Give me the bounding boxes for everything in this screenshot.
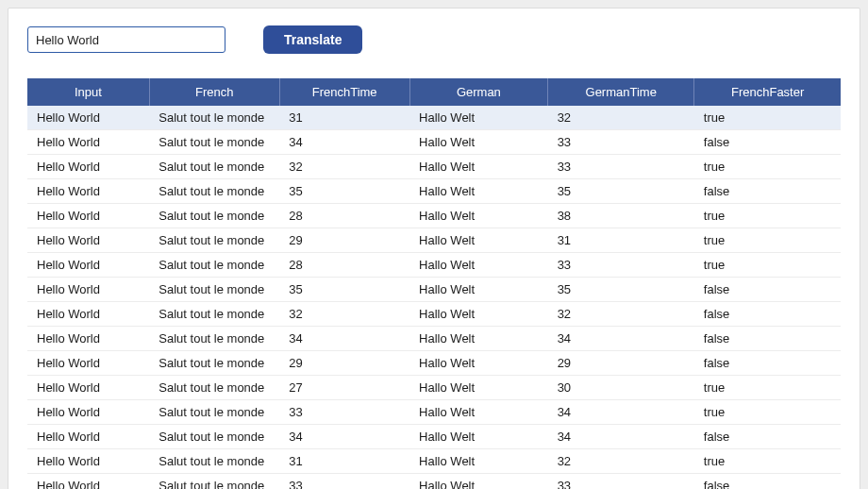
cell-french: Salut tout le monde bbox=[149, 327, 279, 351]
table-body: Hello WorldSalut tout le monde31Hallo We… bbox=[27, 106, 841, 489]
cell-german: Hallo Welt bbox=[409, 130, 548, 155]
cell-frenchtime: 34 bbox=[279, 327, 409, 351]
app-panel: Translate Input French FrenchTime German… bbox=[8, 8, 860, 489]
table-row[interactable]: Hello WorldSalut tout le monde32Hallo We… bbox=[27, 155, 841, 179]
cell-frenchtime: 28 bbox=[279, 204, 409, 228]
cell-frenchtime: 34 bbox=[279, 425, 409, 449]
table-row[interactable]: Hello WorldSalut tout le monde34Hallo We… bbox=[27, 130, 841, 155]
cell-french: Salut tout le monde bbox=[149, 351, 279, 376]
cell-german: Hallo Welt bbox=[409, 400, 548, 425]
cell-frenchfaster: true bbox=[694, 400, 841, 425]
cell-frenchfaster: false bbox=[694, 278, 841, 302]
source-text-input[interactable] bbox=[27, 26, 225, 53]
cell-frenchtime: 32 bbox=[279, 155, 409, 179]
cell-french: Salut tout le monde bbox=[149, 400, 279, 425]
cell-frenchtime: 34 bbox=[279, 130, 409, 155]
cell-german: Hallo Welt bbox=[409, 327, 548, 351]
cell-german: Hallo Welt bbox=[409, 204, 548, 228]
table-row[interactable]: Hello WorldSalut tout le monde34Hallo We… bbox=[27, 327, 841, 351]
cell-germantime: 35 bbox=[548, 179, 694, 204]
cell-germantime: 35 bbox=[548, 278, 694, 302]
col-header-german[interactable]: German bbox=[409, 78, 548, 106]
cell-german: Hallo Welt bbox=[409, 425, 548, 449]
cell-input: Hello World bbox=[27, 204, 149, 228]
col-header-french[interactable]: French bbox=[149, 78, 279, 106]
cell-germantime: 33 bbox=[548, 130, 694, 155]
table-row[interactable]: Hello WorldSalut tout le monde31Hallo We… bbox=[27, 106, 841, 130]
controls-row: Translate bbox=[27, 25, 841, 54]
table-row[interactable]: Hello WorldSalut tout le monde29Hallo We… bbox=[27, 351, 841, 376]
cell-french: Salut tout le monde bbox=[149, 130, 279, 155]
table-row[interactable]: Hello WorldSalut tout le monde31Hallo We… bbox=[27, 449, 841, 474]
cell-french: Salut tout le monde bbox=[149, 302, 279, 327]
cell-input: Hello World bbox=[27, 253, 149, 278]
cell-german: Hallo Welt bbox=[409, 155, 548, 179]
cell-french: Salut tout le monde bbox=[149, 106, 279, 130]
cell-frenchtime: 33 bbox=[279, 474, 409, 490]
cell-german: Hallo Welt bbox=[409, 179, 548, 204]
cell-frenchfaster: true bbox=[694, 376, 841, 400]
cell-frenchfaster: true bbox=[694, 449, 841, 474]
table-row[interactable]: Hello WorldSalut tout le monde28Hallo We… bbox=[27, 253, 841, 278]
cell-frenchtime: 29 bbox=[279, 228, 409, 253]
cell-germantime: 33 bbox=[548, 474, 694, 490]
results-table: Input French FrenchTime German GermanTim… bbox=[27, 78, 841, 489]
cell-frenchtime: 32 bbox=[279, 302, 409, 327]
cell-frenchfaster: false bbox=[694, 302, 841, 327]
col-header-input[interactable]: Input bbox=[27, 78, 149, 106]
cell-frenchtime: 27 bbox=[279, 376, 409, 400]
cell-germantime: 32 bbox=[548, 449, 694, 474]
cell-german: Hallo Welt bbox=[409, 302, 548, 327]
cell-germantime: 33 bbox=[548, 253, 694, 278]
cell-frenchfaster: false bbox=[694, 179, 841, 204]
table-row[interactable]: Hello WorldSalut tout le monde33Hallo We… bbox=[27, 400, 841, 425]
cell-frenchtime: 35 bbox=[279, 278, 409, 302]
cell-french: Salut tout le monde bbox=[149, 278, 279, 302]
cell-input: Hello World bbox=[27, 400, 149, 425]
cell-input: Hello World bbox=[27, 179, 149, 204]
cell-frenchfaster: false bbox=[694, 130, 841, 155]
table-row[interactable]: Hello WorldSalut tout le monde27Hallo We… bbox=[27, 376, 841, 400]
cell-germantime: 31 bbox=[548, 228, 694, 253]
cell-french: Salut tout le monde bbox=[149, 449, 279, 474]
cell-frenchtime: 29 bbox=[279, 351, 409, 376]
table-row[interactable]: Hello WorldSalut tout le monde35Hallo We… bbox=[27, 179, 841, 204]
cell-french: Salut tout le monde bbox=[149, 155, 279, 179]
cell-germantime: 34 bbox=[548, 425, 694, 449]
cell-french: Salut tout le monde bbox=[149, 253, 279, 278]
cell-frenchfaster: true bbox=[694, 106, 841, 130]
cell-germantime: 38 bbox=[548, 204, 694, 228]
col-header-germantime[interactable]: GermanTime bbox=[548, 78, 694, 106]
translate-button[interactable]: Translate bbox=[263, 25, 362, 54]
cell-input: Hello World bbox=[27, 474, 149, 490]
cell-germantime: 29 bbox=[548, 351, 694, 376]
table-row[interactable]: Hello WorldSalut tout le monde34Hallo We… bbox=[27, 425, 841, 449]
cell-frenchtime: 35 bbox=[279, 179, 409, 204]
table-row[interactable]: Hello WorldSalut tout le monde29Hallo We… bbox=[27, 228, 841, 253]
cell-germantime: 33 bbox=[548, 155, 694, 179]
cell-germantime: 34 bbox=[548, 400, 694, 425]
cell-french: Salut tout le monde bbox=[149, 228, 279, 253]
cell-germantime: 32 bbox=[548, 302, 694, 327]
table-row[interactable]: Hello WorldSalut tout le monde33Hallo We… bbox=[27, 474, 841, 490]
col-header-frenchfaster[interactable]: FrenchFaster bbox=[694, 78, 841, 106]
cell-frenchfaster: false bbox=[694, 327, 841, 351]
cell-frenchfaster: false bbox=[694, 351, 841, 376]
cell-input: Hello World bbox=[27, 376, 149, 400]
cell-french: Salut tout le monde bbox=[149, 179, 279, 204]
cell-frenchfaster: true bbox=[694, 253, 841, 278]
cell-input: Hello World bbox=[27, 425, 149, 449]
table-row[interactable]: Hello WorldSalut tout le monde32Hallo We… bbox=[27, 302, 841, 327]
cell-german: Hallo Welt bbox=[409, 351, 548, 376]
cell-input: Hello World bbox=[27, 130, 149, 155]
cell-frenchtime: 31 bbox=[279, 449, 409, 474]
cell-german: Hallo Welt bbox=[409, 253, 548, 278]
cell-germantime: 30 bbox=[548, 376, 694, 400]
col-header-frenchtime[interactable]: FrenchTime bbox=[279, 78, 409, 106]
cell-german: Hallo Welt bbox=[409, 106, 548, 130]
cell-germantime: 32 bbox=[548, 106, 694, 130]
table-header: Input French FrenchTime German GermanTim… bbox=[27, 78, 841, 106]
table-row[interactable]: Hello WorldSalut tout le monde28Hallo We… bbox=[27, 204, 841, 228]
table-row[interactable]: Hello WorldSalut tout le monde35Hallo We… bbox=[27, 278, 841, 302]
cell-input: Hello World bbox=[27, 449, 149, 474]
